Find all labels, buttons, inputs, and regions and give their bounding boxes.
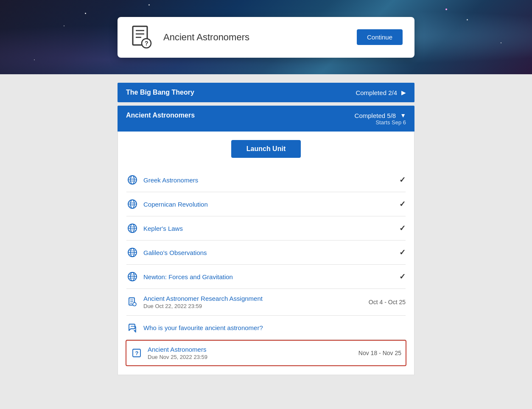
star (34, 59, 35, 60)
hero-card: ? Ancient Astronomers Continue (118, 17, 414, 58)
globe-icon-newton (126, 271, 138, 283)
globe-icon-greek (126, 174, 138, 186)
svg-point-25 (133, 303, 136, 306)
star (148, 4, 150, 6)
globe-icon-copernican (126, 198, 138, 210)
quiz-icon-ancient: ? (131, 347, 143, 359)
checkmark-newton: ✓ (399, 272, 406, 281)
lesson-quiz-title[interactable]: Ancient Astronomers (148, 346, 353, 353)
lesson-research-info: Ancient Astronomer Research Assignment D… (143, 295, 364, 309)
ancient-section-header[interactable]: Ancient Astronomers Completed 5/8 ▼ Star… (118, 106, 414, 132)
lesson-copernican-title[interactable]: Copernican Revolution (143, 201, 394, 208)
lesson-discussion: Who is your favourite ancient astronomer… (126, 316, 406, 340)
svg-text:?: ? (135, 350, 139, 356)
globe-icon-galileo (126, 247, 138, 258)
star (64, 25, 64, 26)
checkmark-galileo: ✓ (399, 248, 406, 257)
chat-icon-discussion (126, 322, 138, 333)
star (85, 13, 86, 14)
checkmark-greek: ✓ (399, 175, 406, 185)
lesson-research-due: Due Oct 22, 2022 23:59 (143, 303, 364, 309)
lesson-newton-info: Newton: Forces and Gravitation (143, 273, 394, 280)
lesson-galileo: Galileo's Observations ✓ (126, 241, 406, 265)
lesson-research: Ancient Astronomer Research Assignment D… (126, 289, 406, 316)
continue-button[interactable]: Continue (357, 29, 403, 45)
ancient-title: Ancient Astronomers (126, 112, 195, 119)
star (467, 19, 468, 20)
star (445, 8, 447, 10)
hero-document-icon: ? (129, 25, 155, 50)
ancient-progress: Completed 5/8 (355, 112, 396, 119)
main-content: The Big Bang Theory Completed 2/4 ▶ Anci… (118, 74, 414, 395)
ancient-progress-area: Completed 5/8 ▼ (355, 112, 406, 119)
launch-unit-button[interactable]: Launch Unit (231, 140, 301, 158)
chevron-down-icon: ▼ (400, 112, 406, 119)
chevron-right-icon: ▶ (401, 89, 406, 96)
lesson-galileo-title[interactable]: Galileo's Observations (143, 249, 394, 256)
lesson-greek-title[interactable]: Greek Astronomers (143, 176, 394, 184)
lesson-galileo-info: Galileo's Observations (143, 249, 394, 256)
big-bang-progress-area: Completed 2/4 ▶ (356, 89, 406, 96)
lesson-greek-info: Greek Astronomers (143, 176, 394, 184)
checkmark-copernican: ✓ (399, 199, 406, 209)
lesson-research-dates: Oct 4 - Oct 25 (369, 299, 406, 305)
lesson-quiz-dates: Nov 18 - Nov 25 (358, 350, 401, 356)
lesson-keplers-title[interactable]: Kepler's Laws (143, 225, 394, 232)
star (501, 42, 501, 43)
hero-banner: ? Ancient Astronomers Continue (0, 0, 532, 74)
lesson-research-title[interactable]: Ancient Astronomer Research Assignment (143, 295, 364, 302)
lesson-newton: Newton: Forces and Gravitation ✓ (126, 265, 406, 289)
big-bang-section-header[interactable]: The Big Bang Theory Completed 2/4 ▶ (118, 83, 414, 102)
lesson-quiz-due: Due Nov 25, 2022 23:59 (148, 354, 353, 360)
big-bang-progress: Completed 2/4 (356, 89, 397, 96)
expanded-content: Launch Unit Greek Astronomers ✓ (118, 132, 414, 375)
lesson-quiz: ? Ancient Astronomers Due Nov 25, 2022 2… (126, 340, 406, 366)
ancient-header-top: Ancient Astronomers Completed 5/8 ▼ (126, 112, 406, 119)
lesson-keplers-info: Kepler's Laws (143, 225, 394, 232)
globe-icon-keplers (126, 222, 138, 234)
lesson-greek: Greek Astronomers ✓ (126, 168, 406, 192)
ancient-starts: Starts Sep 6 (126, 119, 406, 128)
lesson-newton-title[interactable]: Newton: Forces and Gravitation (143, 273, 394, 280)
hero-title: Ancient Astronomers (163, 32, 348, 43)
lesson-discussion-title[interactable]: Who is your favourite ancient astronomer… (143, 324, 406, 331)
svg-text:?: ? (145, 40, 148, 47)
checkmark-keplers: ✓ (399, 224, 406, 233)
document-icon-research (126, 296, 138, 308)
lesson-discussion-info: Who is your favourite ancient astronomer… (143, 324, 406, 331)
lesson-copernican: Copernican Revolution ✓ (126, 192, 406, 216)
lesson-keplers: Kepler's Laws ✓ (126, 216, 406, 241)
launch-unit-container: Launch Unit (126, 140, 406, 158)
lesson-quiz-info: Ancient Astronomers Due Nov 25, 2022 23:… (148, 346, 353, 360)
big-bang-title: The Big Bang Theory (126, 89, 194, 96)
lesson-copernican-info: Copernican Revolution (143, 201, 394, 208)
